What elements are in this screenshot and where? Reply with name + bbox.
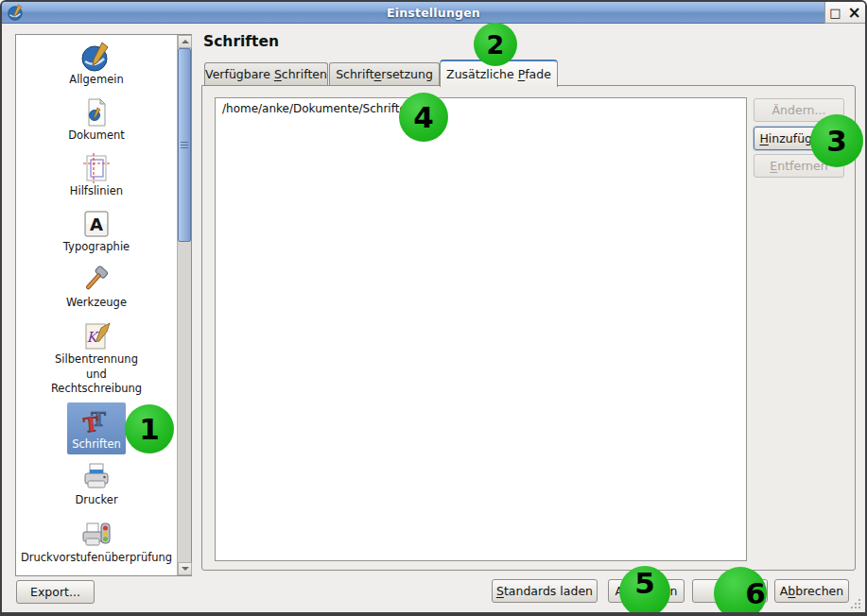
scrollbar-track[interactable] — [178, 48, 192, 562]
annotation-circle-5: 5 — [619, 566, 670, 616]
sidebar-item-silbentrennung[interactable]: K Silbentrennung und Rechtschreibung — [16, 315, 177, 402]
hyphenation-pen-icon: K — [80, 320, 113, 352]
sidebar-item-label: Dokument — [68, 128, 125, 144]
annotation-circle-3: 3 — [810, 114, 863, 167]
hammer-icon — [80, 264, 113, 296]
app-logo-icon — [7, 4, 25, 22]
font-paths-list[interactable]: /home/anke/Dokumente/Schriften — [215, 97, 747, 561]
thumb-grip-icon — [181, 142, 188, 149]
sidebar-item-typographie[interactable]: A Typographie — [16, 202, 177, 259]
annotation-circle-2: 2 — [474, 23, 517, 66]
window-title: Einstellungen — [2, 6, 865, 20]
sidebar-item-allgemein[interactable]: Allgemein — [16, 35, 177, 92]
sidebar-item-label: Werkzeuge — [66, 296, 127, 311]
tab-verfuegbare-schriften[interactable]: Verfügbare Schriften — [204, 62, 328, 85]
sidebar-item-label: Drucker — [75, 493, 117, 508]
sidebar-item-dokument[interactable]: Dokument — [16, 92, 177, 147]
scroll-up-button[interactable] — [178, 35, 192, 48]
scroll-down-button[interactable] — [178, 562, 192, 575]
close-button[interactable]: × — [848, 5, 861, 21]
category-list: Allgemein Dokument — [15, 34, 192, 576]
list-item[interactable]: /home/anke/Dokumente/Schriften — [216, 98, 746, 119]
printer-icon — [80, 461, 113, 493]
category-items: Allgemein Dokument — [16, 35, 177, 571]
sidebar-item-label: Hilfslinien — [70, 184, 123, 199]
guides-icon — [80, 152, 113, 184]
sidebar-item-label: Druckvorstufenüberprüfung — [21, 551, 172, 566]
page-title: Schriften — [203, 33, 279, 50]
svg-text:A: A — [90, 214, 103, 234]
titlebar[interactable]: Einstellungen — [2, 2, 865, 24]
sidebar-scrollbar — [177, 35, 191, 575]
cancel-button[interactable]: Abbrechen — [774, 579, 849, 603]
svg-text:T: T — [82, 413, 100, 438]
sidebar-item-werkzeuge[interactable]: Werkzeuge — [16, 259, 177, 315]
sidebar-item-label: Allgemein — [69, 73, 123, 88]
load-defaults-button[interactable]: Standards laden — [492, 579, 598, 603]
scribus-logo-icon — [80, 41, 113, 73]
typography-icon: A — [80, 208, 113, 240]
preferences-window: Einstellungen □ × Allgemein — [0, 0, 867, 616]
fonts-icon: T T — [80, 405, 113, 437]
window-controls: □ × — [824, 2, 865, 24]
sidebar-item-label: Schriften — [72, 437, 121, 453]
sidebar-item-druckvorstufenueberpruefung[interactable]: Druckvorstufenüberprüfung — [16, 512, 177, 571]
resize-grip[interactable] — [850, 598, 860, 608]
preflight-printer-icon — [80, 519, 113, 551]
scrollbar-thumb[interactable] — [178, 48, 191, 242]
maximize-button[interactable]: □ — [829, 7, 841, 19]
annotation-circle-4: 4 — [399, 93, 448, 142]
sidebar-item-drucker[interactable]: Drucker — [16, 455, 177, 512]
document-icon — [80, 96, 113, 128]
annotation-circle-6: 6 — [714, 567, 767, 616]
annotation-circle-1: 1 — [125, 404, 174, 453]
sidebar-item-label: Silbentrennung und Rechtschreibung — [43, 352, 149, 397]
sidebar-item-hilfslinien[interactable]: Hilfslinien — [16, 147, 177, 202]
triangle-up-icon — [182, 40, 189, 43]
sidebar-item-label: Typographie — [63, 240, 130, 255]
triangle-down-icon — [182, 567, 189, 571]
export-button[interactable]: Export... — [16, 580, 95, 604]
tab-schriftersetzung[interactable]: Schriftersetzung — [329, 62, 440, 85]
